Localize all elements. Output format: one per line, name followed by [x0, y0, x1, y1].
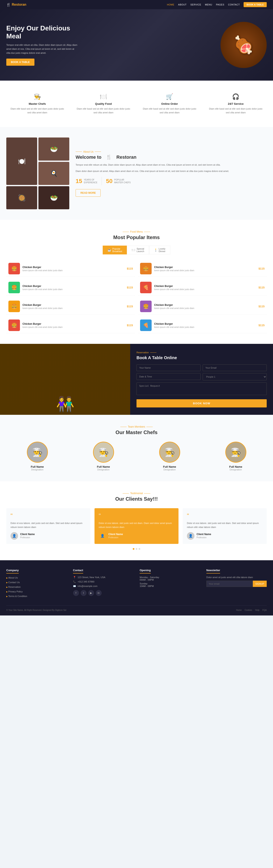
chefs-title: Master Chefs [8, 102, 66, 105]
facebook-icon[interactable]: f [73, 590, 79, 596]
menu-item-name-6: Chicken Burger [154, 304, 256, 307]
form-row-1 [136, 364, 267, 371]
youtube-icon[interactable]: ▶ [88, 590, 94, 596]
member-designation-4: Designation [205, 468, 267, 471]
menu-item-info-8: Chicken Burger lorem ipsum clitr erat am… [154, 322, 256, 328]
hero-section: Enjoy Our Delicious Meal Tempor erat eli… [0, 9, 273, 81]
footer-phone: 📞+012 345 67890 [73, 581, 133, 583]
breakfast-icon: ☕ [108, 248, 111, 252]
dot-2[interactable] [136, 548, 137, 550]
launch-icon: 🍽️ [132, 248, 135, 252]
testimonial-author-1: 👤 Client Name Profession [10, 532, 86, 540]
author-name-1: Client Name [20, 533, 35, 536]
about-p2: Diam dolor diam ipsum sit amet. Aliqu di… [75, 169, 267, 173]
author-info-3: Client Name Profession [196, 533, 211, 539]
testimonials-header: Testimonial Our Clients Say!!! [6, 492, 267, 502]
dot-3[interactable] [139, 548, 140, 550]
email-input[interactable] [203, 364, 267, 371]
menu-item-name-8: Chicken Burger [154, 322, 256, 326]
email-icon: ✉️ [73, 585, 76, 588]
newsletter-input[interactable] [206, 581, 253, 587]
menu-item-img-5: 🍔 [8, 301, 20, 312]
nav-menu[interactable]: MENU [205, 3, 212, 6]
twitter-icon[interactable]: t [81, 590, 87, 596]
people-select[interactable]: People 1 People 2 People 3 People 4 Peop… [203, 373, 267, 380]
tab-dinner[interactable]: 🕯️ LovelyDinner [149, 246, 170, 254]
footer-bottom-help[interactable]: Help [255, 609, 260, 611]
reservation-label: Reservation [136, 351, 267, 354]
brand-logo[interactable]: 🍴 Restoran [6, 3, 26, 7]
menu-item-img-2: 🍔 [140, 263, 152, 274]
menu-item-price-6: $115 [259, 305, 265, 308]
nav-contact[interactable]: CONTACT [228, 3, 240, 6]
nav-book-button[interactable]: BOOK A TABLE [244, 2, 267, 7]
footer-company-links: About Us Contact Us Reservation Privacy … [6, 576, 67, 598]
form-row-2: People 1 People 2 People 3 People 4 Peop… [136, 373, 267, 380]
nav-about[interactable]: ABOUT [178, 3, 186, 6]
hero-title: Enjoy Our Delicious Meal [6, 24, 78, 40]
menu-tabs: ☕ PopularBreakfast 🍽️ SpecialLaunch 🕯️ L… [6, 246, 267, 254]
stat-chefs-num: 50 [106, 178, 113, 185]
menu-item-info-4: Chicken Burger lorem ipsum clitr erat am… [154, 285, 256, 290]
about-img-3: 🍳 [38, 162, 69, 185]
hero-book-button[interactable]: BOOK A TABLE [6, 59, 34, 66]
about-img-5: 🥗 [38, 186, 69, 209]
testimonial-author-2: 👤 Client Name Profession [99, 532, 174, 540]
author-info-2: Client Name Profession [109, 533, 123, 539]
nav-pages[interactable]: PAGES [216, 3, 224, 6]
footer-grid: Company About Us Contact Us Reservation … [6, 569, 267, 599]
team-grid: 👨‍🍳 Full Name Designation 👨‍🍳 Full Name … [6, 442, 267, 471]
footer-link-terms[interactable]: Terms & Condition [6, 595, 27, 597]
menu-item-4: 🍕 Chicken Burger lorem ipsum clitr erat … [138, 280, 267, 296]
footer-link-reservation[interactable]: Reservation [6, 586, 21, 588]
team-label: Team Members [6, 425, 267, 428]
about-title: Welcome to 🍴 Restoran [75, 155, 267, 160]
special-field [136, 382, 267, 395]
nav-service[interactable]: SERVICE [190, 3, 201, 6]
datetime-input[interactable] [136, 373, 201, 380]
menu-title: Most Popular Items [6, 235, 267, 240]
carousel-dots [6, 548, 267, 550]
linkedin-icon[interactable]: in [96, 590, 102, 596]
menu-item-name-5: Chicken Burger [23, 304, 124, 307]
team-member-2: 👨‍🍳 Full Name Designation [72, 442, 134, 471]
navbar: 🍴 Restoran HOME ABOUT SERVICE MENU PAGES… [0, 0, 273, 9]
special-textarea[interactable] [136, 382, 267, 395]
menu-item-2: 🍔 Chicken Burger lorem ipsum clitr erat … [138, 261, 267, 277]
feature-card-order: 🛒 Online Order Diam elitr kasd sed at el… [139, 89, 201, 119]
tab-launch[interactable]: 🍽️ SpecialLaunch [127, 246, 149, 254]
footer-bottom-cookies[interactable]: Cookies [245, 609, 252, 611]
footer-hours-2: Sunday 10AM - 08PM [140, 582, 200, 587]
nav-home[interactable]: HOME [167, 3, 174, 6]
newsletter-signup-button[interactable]: SIGNUP [253, 581, 267, 587]
food-icon: 🍽️ [74, 93, 132, 100]
chefs-icon: 👨‍🍳 [8, 93, 66, 100]
menu-item-price-3: $115 [127, 286, 133, 289]
footer-bottom-fqa[interactable]: FQA [262, 609, 267, 611]
name-input[interactable] [136, 364, 201, 371]
tab-breakfast[interactable]: ☕ PopularBreakfast [103, 246, 127, 254]
read-more-button[interactable]: READ MORE [75, 189, 100, 197]
testimonial-author-3: 👤 Client Name Profession [187, 532, 263, 540]
menu-item-desc-1: lorem ipsum clitr erat amet dolor justo … [23, 269, 124, 272]
footer-opening-title: Opening [140, 569, 151, 574]
menu-item-info-2: Chicken Burger lorem ipsum clitr erat am… [154, 266, 256, 272]
footer-link-about[interactable]: About Us [6, 577, 18, 579]
video-people: 👫 [0, 344, 130, 415]
book-now-button[interactable]: BOOK NOW [136, 399, 267, 407]
author-profession-1: Profession [20, 536, 30, 539]
location-icon: 📍 [73, 576, 76, 579]
member-name-1: Full Name [6, 465, 68, 468]
menu-item-desc-8: lorem ipsum clitr erat amet dolor justo … [154, 326, 256, 328]
reservation-form: Reservation Book A Table Online People 1… [130, 344, 273, 415]
dot-1[interactable] [133, 548, 134, 550]
testimonial-text-2: Dolor et eos labore. stet justo sed est … [99, 521, 174, 529]
people-field: People 1 People 2 People 3 People 4 Peop… [203, 373, 267, 380]
footer-hours-1: Monday - Saturday 09AM - 09PM [140, 576, 200, 581]
footer-bottom-home[interactable]: Home [236, 609, 242, 611]
footer-link-privacy[interactable]: Privacy Policy [6, 590, 23, 593]
footer-link-contact[interactable]: Contact Us [6, 581, 20, 584]
about-img-2: 🥗 [38, 137, 69, 161]
quote-icon-3: " [187, 513, 263, 519]
hero-description: Tempor erat elitr rebum at clita. Diam d… [6, 43, 78, 55]
